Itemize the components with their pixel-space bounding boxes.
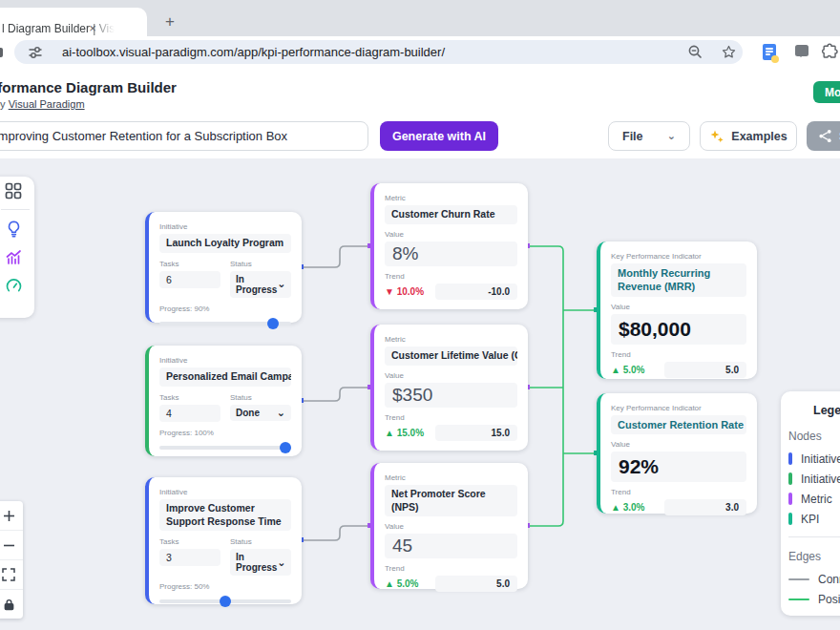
extension-badge bbox=[771, 55, 779, 63]
reload-icon[interactable] bbox=[0, 48, 3, 57]
trend-label: Trend bbox=[385, 413, 517, 422]
palette-divider bbox=[1, 209, 30, 210]
value-label: Value bbox=[385, 371, 517, 380]
kpi-value[interactable]: 92% bbox=[611, 452, 746, 482]
url-text: ai-toolbox.visual-paradigm.com/app/kpi-p… bbox=[62, 45, 445, 59]
legend-title: Legend bbox=[788, 404, 840, 417]
status-label: Status bbox=[230, 537, 291, 546]
add-initiative-button[interactable] bbox=[0, 214, 30, 242]
initiative-done-color-swatch bbox=[788, 472, 792, 485]
address-bar[interactable]: ai-toolbox.visual-paradigm.com/app/kpi-p… bbox=[14, 40, 743, 64]
initiative-title[interactable]: Improve Customer Support Response Time bbox=[159, 499, 291, 531]
slider-thumb[interactable] bbox=[267, 318, 279, 329]
kpi-title[interactable]: Monthly Recurring Revenue (MRR) bbox=[611, 263, 746, 297]
zoom-in-button[interactable] bbox=[0, 501, 23, 531]
trend-input[interactable]: -10.0 bbox=[435, 284, 517, 300]
lock-button[interactable] bbox=[0, 590, 23, 619]
legend-item-connection: Connection bbox=[788, 569, 840, 589]
node-type-label: Metric bbox=[385, 194, 517, 202]
status-value: In Progress bbox=[236, 552, 277, 573]
legend-nodes-header: Nodes bbox=[788, 430, 840, 443]
trend-percent: ▲ 5.0% bbox=[385, 578, 430, 589]
trend-label: Trend bbox=[611, 488, 746, 496]
status-select[interactable]: Done⌄ bbox=[230, 405, 291, 421]
kpi-value[interactable]: $80,000 bbox=[611, 314, 746, 345]
initiative-node-1[interactable]: Initiative Launch Loyalty Program Tasks … bbox=[145, 212, 302, 323]
status-value: In Progress bbox=[236, 274, 277, 295]
legend-item-positive: Positive bbox=[788, 589, 840, 609]
trend-input[interactable]: 15.0 bbox=[435, 425, 517, 441]
zoom-out-icon[interactable] bbox=[687, 44, 704, 60]
add-metric-button[interactable] bbox=[0, 242, 30, 271]
tasks-input[interactable]: 4 bbox=[159, 405, 220, 422]
tasks-input[interactable]: 6 bbox=[159, 271, 220, 288]
trend-percent: ▲ 3.0% bbox=[611, 502, 659, 513]
zoom-out-button[interactable] bbox=[0, 531, 23, 560]
status-select[interactable]: In Progress⌄ bbox=[230, 271, 291, 298]
node-type-label: Key Performance Indicator bbox=[611, 252, 746, 261]
tab-close-icon[interactable]: × bbox=[84, 19, 101, 36]
metric-title[interactable]: Customer Churn Rate bbox=[385, 205, 517, 224]
byline-prefix: by bbox=[0, 98, 9, 110]
trend-input[interactable]: 5.0 bbox=[664, 362, 746, 378]
examples-button[interactable]: Examples bbox=[700, 121, 797, 151]
bookmark-star-icon[interactable] bbox=[721, 44, 737, 60]
connection-edge-swatch bbox=[788, 578, 809, 580]
metric-node-2[interactable]: Metric Customer Lifetime Value (CLV) Val… bbox=[370, 325, 528, 451]
tasks-input[interactable]: 3 bbox=[159, 549, 220, 566]
docs-extension-icon[interactable] bbox=[763, 44, 776, 60]
slider-thumb[interactable] bbox=[280, 442, 291, 453]
share-button[interactable]: Share bbox=[807, 121, 840, 151]
palette-grid-button[interactable] bbox=[0, 177, 30, 205]
chevron-down-icon: ⌄ bbox=[667, 131, 676, 141]
trend-input[interactable]: 3.0 bbox=[664, 499, 746, 515]
kpi-node-2[interactable]: Key Performance Indicator Customer Reten… bbox=[597, 393, 757, 514]
generate-with-ai-button[interactable]: Generate with AI bbox=[380, 121, 498, 151]
trend-input[interactable]: 5.0 bbox=[435, 576, 517, 592]
node-palette bbox=[0, 177, 34, 318]
kpi-title[interactable]: Customer Retention Rate bbox=[611, 415, 746, 434]
new-tab-button[interactable]: + bbox=[158, 10, 181, 33]
tasks-label: Tasks bbox=[159, 393, 220, 402]
chat-extension-icon[interactable] bbox=[795, 45, 808, 56]
progress-slider[interactable] bbox=[159, 446, 291, 450]
extensions-puzzle-icon[interactable] bbox=[821, 43, 839, 61]
status-select[interactable]: In Progress⌄ bbox=[230, 549, 291, 576]
grid-icon bbox=[5, 182, 22, 200]
status-label: Status bbox=[230, 393, 291, 402]
initiative-node-2[interactable]: Initiative Personalized Email Campaigns … bbox=[145, 346, 302, 456]
metric-node-1[interactable]: Metric Customer Churn Rate Value 8% Tren… bbox=[370, 183, 528, 309]
metric-value[interactable]: $350 bbox=[385, 383, 517, 408]
metric-value[interactable]: 45 bbox=[385, 534, 517, 558]
more-tools-button[interactable]: More Tools bbox=[813, 81, 840, 103]
initiative-color-swatch bbox=[788, 452, 792, 465]
legend-item-kpi: KPI bbox=[788, 509, 840, 529]
file-menu-button[interactable]: File ⌄ bbox=[608, 121, 690, 151]
kpi-color-swatch bbox=[788, 513, 792, 525]
value-label: Value bbox=[611, 303, 746, 311]
initiative-node-3[interactable]: Initiative Improve Customer Support Resp… bbox=[145, 477, 302, 604]
tasks-label: Tasks bbox=[159, 260, 220, 268]
prompt-input[interactable]: Improving Customer Retention for a Subsc… bbox=[0, 121, 368, 151]
site-settings-icon[interactable] bbox=[28, 45, 43, 60]
fit-view-button[interactable] bbox=[0, 560, 23, 590]
metric-value[interactable]: 8% bbox=[385, 242, 517, 266]
progress-label: Progress: 100% bbox=[159, 429, 291, 437]
visual-paradigm-link[interactable]: Visual Paradigm bbox=[9, 98, 85, 110]
initiative-title[interactable]: Personalized Email Campaigns bbox=[159, 368, 291, 387]
trend-label: Trend bbox=[385, 564, 517, 573]
status-value: Done bbox=[236, 408, 260, 418]
positive-edge-swatch bbox=[788, 598, 809, 600]
metric-title[interactable]: Net Promoter Score (NPS) bbox=[385, 485, 517, 516]
progress-slider[interactable] bbox=[159, 599, 291, 603]
progress-slider[interactable] bbox=[159, 322, 291, 326]
browser-tab[interactable]: l Diagram Builder | Visuali × bbox=[0, 8, 147, 36]
kpi-node-1[interactable]: Key Performance Indicator Monthly Recurr… bbox=[597, 242, 757, 379]
metric-node-3[interactable]: Metric Net Promoter Score (NPS) Value 45… bbox=[370, 463, 528, 589]
add-kpi-button[interactable] bbox=[0, 271, 30, 300]
metric-title[interactable]: Customer Lifetime Value (CLV) bbox=[385, 346, 517, 366]
initiative-title[interactable]: Launch Loyalty Program bbox=[159, 234, 291, 253]
node-type-label: Initiative bbox=[159, 222, 291, 231]
examples-label: Examples bbox=[731, 130, 787, 143]
trend-label: Trend bbox=[611, 350, 746, 359]
